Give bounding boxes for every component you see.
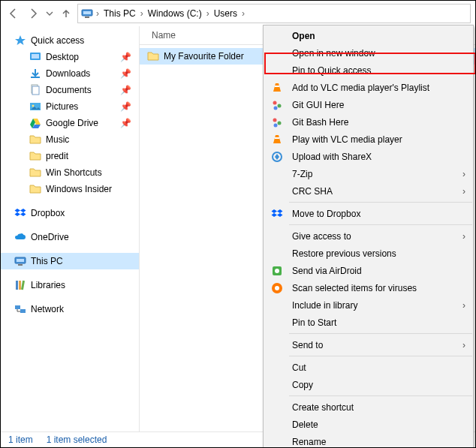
folder-icon (29, 150, 41, 162)
nav-label: predit (46, 151, 68, 161)
sidebar-item-pictures[interactable]: Pictures 📌 (1, 98, 139, 115)
svg-rect-2 (85, 17, 89, 18)
svg-rect-16 (15, 305, 20, 309)
ctx-vlc-playlist[interactable]: Add to VLC media player's Playlist (264, 79, 473, 96)
sidebar-item-windows-insider[interactable]: Windows Insider (1, 181, 139, 197)
chevron-right-icon: › (240, 8, 246, 19)
ctx-pin-quick-access[interactable]: Pin to Quick access (264, 62, 473, 79)
breadcrumb[interactable]: › This PC › Windows (C:) › Users › (77, 4, 471, 23)
nav-label: Dropbox (31, 208, 65, 218)
svg-point-23 (278, 121, 282, 125)
ctx-label: Cut (292, 362, 306, 373)
ctx-sharex[interactable]: Upload with ShareX (264, 148, 473, 165)
back-button[interactable] (5, 5, 22, 22)
svg-point-30 (275, 286, 279, 290)
nav-label: Quick access (31, 35, 84, 46)
sidebar-item-libraries[interactable]: Libraries (1, 277, 139, 293)
ctx-7zip[interactable]: 7-Zip › (264, 165, 473, 182)
pin-icon: 📌 (120, 85, 131, 95)
sidebar-item-network[interactable]: Network (1, 301, 139, 317)
navigation-pane: Quick access Desktop 📌 Downloads 📌 Docum… (1, 26, 140, 432)
ctx-open-new-window[interactable]: Open in new window (264, 44, 473, 62)
ctx-include-in-library[interactable]: Include in library › (264, 296, 473, 314)
ctx-label: Open (292, 31, 315, 41)
ctx-open[interactable]: Open (264, 27, 473, 44)
svg-rect-7 (32, 86, 39, 95)
address-bar: › This PC › Windows (C:) › Users › (1, 1, 475, 26)
ctx-git-bash[interactable]: Git Bash Here (264, 113, 473, 131)
ctx-crc-sha[interactable]: CRC SHA › (264, 182, 473, 200)
ctx-label: Move to Dropbox (292, 209, 360, 219)
ctx-git-gui[interactable]: Git GUI Here (264, 96, 473, 113)
ctx-move-to-dropbox[interactable]: Move to Dropbox (264, 205, 473, 222)
up-button[interactable] (58, 5, 74, 22)
sidebar-item-this-pc[interactable]: This PC (1, 253, 139, 269)
pin-icon: 📌 (120, 118, 131, 128)
chevron-right-icon: › (462, 340, 465, 350)
svg-rect-18 (275, 86, 279, 87)
ctx-label: Git GUI Here (292, 100, 344, 110)
ctx-separator (289, 224, 472, 225)
sidebar-item-google-drive[interactable]: Google Drive 📌 (1, 115, 139, 131)
svg-rect-17 (20, 309, 26, 313)
svg-rect-13 (16, 281, 18, 290)
ctx-label: Add to VLC media player's Playlist (292, 83, 429, 93)
libraries-icon (14, 279, 26, 291)
status-selected-count: 1 item selected (47, 434, 107, 445)
thispc-icon (80, 8, 95, 20)
sidebar-item-win-shortcuts[interactable]: Win Shortcuts (1, 164, 139, 181)
ctx-separator (289, 356, 472, 356)
ctx-send-to[interactable]: Send to › (264, 336, 473, 353)
svg-point-22 (273, 118, 277, 122)
forward-button[interactable] (25, 5, 41, 22)
chevron-right-icon: › (95, 8, 101, 19)
sidebar-item-documents[interactable]: Documents 📌 (1, 82, 139, 98)
ctx-copy[interactable]: Copy (264, 376, 473, 393)
sidebar-item-dropbox[interactable]: Dropbox (1, 205, 139, 221)
vlc-icon (271, 134, 283, 146)
ctx-give-access-to[interactable]: Give access to › (264, 227, 473, 245)
airdroid-icon (271, 265, 283, 277)
ctx-create-shortcut[interactable]: Create shortcut (264, 398, 473, 416)
ctx-rename[interactable]: Rename (264, 433, 473, 448)
nav-label: Pictures (46, 101, 78, 112)
ctx-vlc-play[interactable]: Play with VLC media player (264, 131, 473, 148)
breadcrumb-item[interactable]: Windows (C:) (145, 5, 205, 23)
sidebar-item-downloads[interactable]: Downloads 📌 (1, 65, 139, 82)
downloads-icon (29, 68, 41, 80)
svg-point-9 (32, 105, 35, 107)
desktop-icon (29, 51, 41, 63)
sidebar-item-onedrive[interactable]: OneDrive (1, 229, 139, 245)
recent-locations-button[interactable] (44, 5, 55, 22)
chevron-right-icon: › (462, 231, 465, 242)
svg-point-19 (273, 101, 277, 104)
sidebar-item-predit[interactable]: predit (1, 148, 139, 164)
svg-point-28 (275, 269, 279, 273)
svg-rect-25 (275, 137, 279, 139)
ctx-delete[interactable]: Delete (264, 416, 473, 433)
sidebar-item-desktop[interactable]: Desktop 📌 (1, 49, 139, 65)
file-name: My Favourite Folder (164, 51, 244, 62)
folder-icon (29, 134, 41, 146)
ctx-send-airdroid[interactable]: Send via AirDroid (264, 262, 473, 279)
svg-rect-4 (32, 54, 39, 59)
ctx-label: Create shortcut (292, 402, 354, 413)
ctx-scan-viruses[interactable]: Scan selected items for viruses (264, 279, 473, 296)
ctx-label: Git Bash Here (292, 117, 348, 128)
ctx-label: CRC SHA (292, 186, 333, 197)
breadcrumb-item[interactable]: This PC (101, 5, 139, 23)
ctx-cut[interactable]: Cut (264, 359, 473, 376)
nav-label: Desktop (46, 52, 79, 62)
chevron-right-icon: › (462, 186, 465, 197)
quick-access[interactable]: Quick access (1, 32, 139, 49)
breadcrumb-item[interactable]: Users (211, 5, 240, 23)
ctx-label: Delete (292, 419, 318, 430)
nav-label: Music (46, 134, 69, 145)
folder-icon (29, 183, 41, 195)
sidebar-item-music[interactable]: Music (1, 131, 139, 148)
git-icon (271, 116, 283, 128)
column-label: Name (152, 30, 176, 41)
ctx-restore-previous[interactable]: Restore previous versions (264, 245, 473, 262)
ctx-pin-to-start[interactable]: Pin to Start (264, 314, 473, 331)
nav-label: Win Shortcuts (46, 167, 102, 178)
